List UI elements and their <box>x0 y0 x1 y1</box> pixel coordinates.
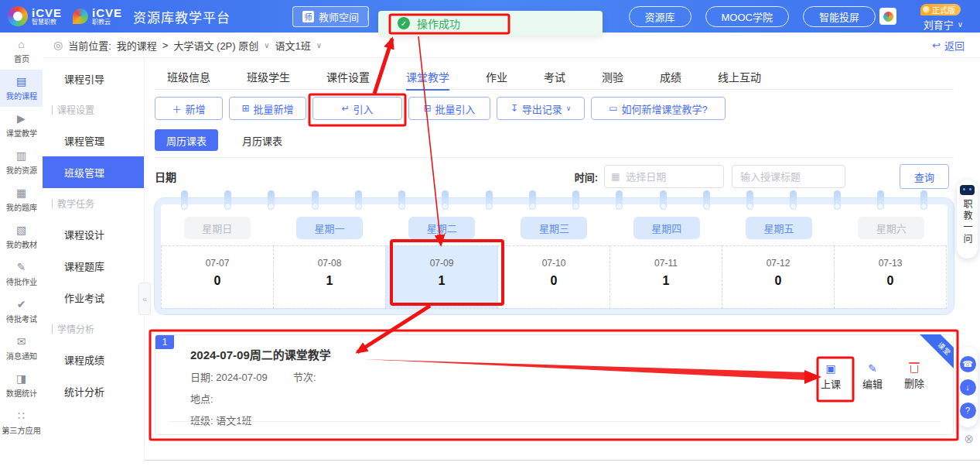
weekday-saturday[interactable]: 星期六 <box>835 217 948 239</box>
menu-item-course-question-bank[interactable]: 课程题库 <box>43 250 144 282</box>
day-cell-07-13[interactable]: 07-130 <box>834 245 947 309</box>
tab-courseware-settings[interactable]: 课件设置 <box>326 64 370 89</box>
chevron-down-icon[interactable]: ∨ <box>316 41 322 50</box>
resources-icon: ▥ <box>16 150 26 161</box>
time-filter-label: 时间: <box>575 170 598 184</box>
rail-item-pending-homework[interactable]: ✎ 待批作业 <box>0 255 43 293</box>
qa-assistant-widget[interactable]: 职教一问 <box>957 180 978 259</box>
lesson-toolbar: ＋ 新增 ⊞ 批量新增 ↵ 引入 ⊟ 批量引入 ↧ 导出记录 ∨ ▭ 如何新增课… <box>155 97 726 120</box>
weekday-wednesday[interactable]: 星期三 <box>498 217 610 239</box>
back-icon: ↩ <box>932 39 941 51</box>
day-cell-07-09[interactable]: 07-091 <box>385 245 498 309</box>
robot-icon <box>960 185 975 195</box>
breadcrumb: ◎ 当前位置: 我的课程 > 大学语文 (2P) 原创 ∨ 语文1班 ∨ ↩ 返… <box>43 33 980 58</box>
breadcrumb-root[interactable]: 我的课程 <box>117 38 157 53</box>
tab-exam[interactable]: 考试 <box>544 64 565 89</box>
import-button[interactable]: ↵ 引入 <box>312 97 402 120</box>
menu-item-course-management[interactable]: 课程管理 <box>43 125 144 156</box>
rail-item-my-courses[interactable]: ▤ 我的课程 <box>0 70 43 107</box>
download-icon: ↓ <box>965 382 970 392</box>
date-picker-input[interactable] <box>624 170 717 183</box>
batch-add-button[interactable]: ⊞ 批量新增 <box>229 97 306 120</box>
chevron-down-icon[interactable]: ∨ <box>264 41 269 50</box>
weekday-friday[interactable]: 星期五 <box>722 217 835 239</box>
day-cell-07-08[interactable]: 07-081 <box>273 245 386 309</box>
batch-import-button[interactable]: ⊟ 批量引入 <box>408 97 490 120</box>
help-button[interactable]: ? <box>960 403 976 419</box>
rail-item-third-party-apps[interactable]: ∷ 第三方应用 <box>0 404 43 441</box>
weekday-tuesday[interactable]: 星期二 <box>386 217 498 239</box>
day-cell-07-11[interactable]: 07-111 <box>610 245 722 309</box>
menu-item-course-guide[interactable]: 课程引导 <box>43 63 144 94</box>
logo-secondary-text: iCVE <box>92 7 122 19</box>
menu-item-statistical-analysis[interactable]: 统计分析 <box>43 375 144 407</box>
question-bank-icon: ▦ <box>16 187 26 198</box>
rail-item-pending-exams[interactable]: ✔ 待批考试 <box>0 293 43 330</box>
rail-item-data-statistics[interactable]: ◨ 数据统计 <box>0 367 43 404</box>
home-icon: ⌂ <box>18 39 24 50</box>
menu-item-homework-exam[interactable]: 作业考试 <box>43 282 144 314</box>
add-button[interactable]: ＋ 新增 <box>155 97 223 120</box>
nav-smart-casting[interactable]: 智能投屏 <box>803 6 876 27</box>
nav-mooc-academy[interactable]: MOOC学院 <box>705 6 789 27</box>
menu-collapse-handle[interactable]: « <box>138 283 151 315</box>
tab-homework[interactable]: 作业 <box>486 64 507 89</box>
edit-button[interactable]: ✎ 编辑 <box>860 363 885 391</box>
how-to-add-button[interactable]: ▭ 如何新增课堂教学? <box>591 97 726 120</box>
date-picker-field[interactable]: ▦ <box>604 165 724 188</box>
book-icon: ▤ <box>16 76 26 87</box>
rail-item-messages[interactable]: ✉ 消息通知 <box>0 330 43 367</box>
weekday-sunday[interactable]: 星期日 <box>161 217 273 239</box>
rail-item-my-question-bank[interactable]: ▦ 我的题库 <box>0 181 43 218</box>
menu-item-course-design[interactable]: 课程设计 <box>43 218 144 250</box>
export-records-button[interactable]: ↧ 导出记录 ∨ <box>497 97 585 120</box>
tab-month-schedule[interactable]: 月历课表 <box>230 129 294 151</box>
app-icon[interactable] <box>879 8 896 25</box>
panel-close-button[interactable]: ⊗ <box>964 432 974 446</box>
day-cell-07-10[interactable]: 07-100 <box>497 245 610 309</box>
check-circle-icon: ✓ <box>398 17 410 29</box>
user-menu[interactable]: 刘育宁 ∨ <box>924 17 963 32</box>
plus-icon: ＋ <box>172 102 181 115</box>
class-tabs: 班级信息 班级学生 课件设置 课堂教学 作业 考试 测验 成绩 线上互动 <box>155 64 954 90</box>
breadcrumb-location-label: 当前位置: <box>68 38 111 53</box>
tab-quiz[interactable]: 测验 <box>602 64 623 89</box>
rail-item-classroom-teaching[interactable]: ▶ 课堂教学 <box>0 107 43 144</box>
day-cell-07-07[interactable]: 07-070 <box>161 245 274 309</box>
location-pin-icon: ◎ <box>53 39 63 51</box>
menu-item-class-management[interactable]: 班级管理 <box>43 156 144 188</box>
lesson-title[interactable]: 2024-07-09周二的课堂教学 <box>190 346 331 362</box>
date-section-label: 日期 <box>155 169 176 184</box>
breadcrumb-course[interactable]: 大学语文 (2P) 原创 <box>173 38 258 53</box>
customer-service-icon: ☎ <box>962 359 973 369</box>
floating-tools-panel: ☎ ↓ ? <box>958 347 978 427</box>
search-button[interactable]: 查询 <box>900 164 949 189</box>
rail-item-my-resources[interactable]: ▥ 我的资源 <box>0 144 43 181</box>
import-icon: ↵ <box>341 103 349 114</box>
tab-classroom-teaching[interactable]: 课堂教学 <box>406 64 449 91</box>
title-search-input[interactable] <box>739 170 838 183</box>
tab-class-students[interactable]: 班级学生 <box>247 64 290 89</box>
weekday-thursday[interactable]: 星期四 <box>610 217 722 239</box>
title-search-field[interactable] <box>732 165 845 188</box>
tab-grades[interactable]: 成绩 <box>660 64 681 89</box>
tab-week-schedule[interactable]: 周历课表 <box>155 129 218 151</box>
start-class-button[interactable]: ▣ 上课 <box>818 363 843 391</box>
message-icon: ✉ <box>17 336 26 347</box>
download-button[interactable]: ↓ <box>960 379 976 396</box>
nav-resource-library[interactable]: 资源库 <box>629 6 691 27</box>
rail-item-home[interactable]: ⌂ 首页 <box>0 33 43 70</box>
tab-online-interaction[interactable]: 线上互动 <box>718 64 761 89</box>
rail-item-my-textbooks[interactable]: ▧ 我的教材 <box>0 218 43 255</box>
weekday-monday[interactable]: 星期一 <box>273 217 385 239</box>
back-button[interactable]: ↩ 返回 <box>932 38 965 53</box>
day-cell-07-12[interactable]: 07-120 <box>722 245 835 309</box>
tab-class-info[interactable]: 班级信息 <box>167 64 210 89</box>
customer-service-button[interactable]: ☎ <box>960 356 976 372</box>
lesson-session-label: 节次: <box>293 372 316 383</box>
menu-item-course-grades[interactable]: 课程成绩 <box>43 344 144 375</box>
weekday-row: 星期日 星期一 星期二 星期三 星期四 星期五 星期六 <box>161 217 948 239</box>
logo-primary-text: iCVE <box>32 7 62 19</box>
teacher-space-button[interactable]: 师 教师空间 <box>292 6 369 27</box>
breadcrumb-class[interactable]: 语文1班 <box>275 38 311 53</box>
